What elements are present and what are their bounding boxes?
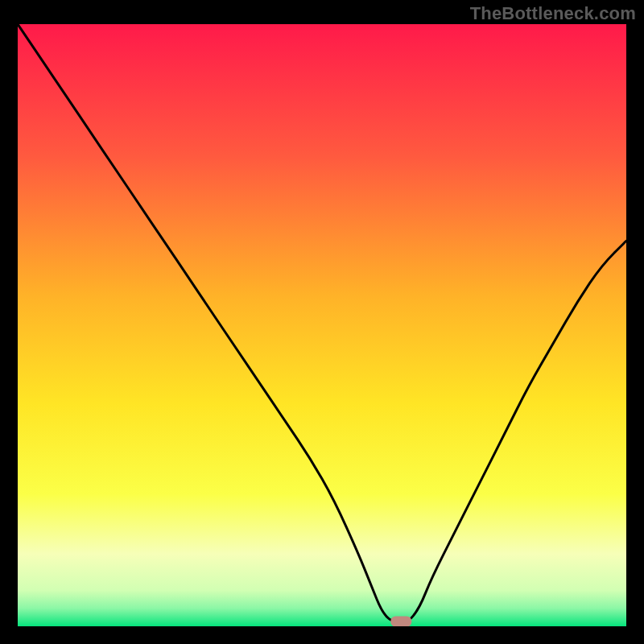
plot-area xyxy=(18,24,626,626)
gradient-background xyxy=(18,24,626,626)
chart-svg xyxy=(18,24,626,626)
chart-container: TheBottleneck.com xyxy=(0,0,644,644)
minimum-marker xyxy=(390,617,411,627)
watermark-text: TheBottleneck.com xyxy=(470,3,636,24)
